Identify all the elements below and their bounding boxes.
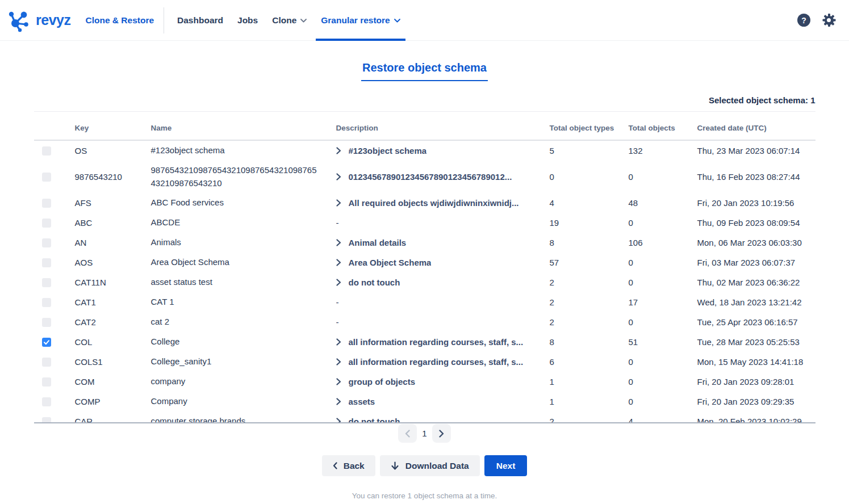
row-description[interactable]: all information regarding courses, staff…	[336, 337, 550, 347]
help-icon[interactable]: ?	[797, 14, 810, 27]
row-created-date: Thu, 02 Mar 2023 06:36:22	[697, 278, 815, 287]
row-description-text: 012345678901234567890123456789012...	[349, 172, 512, 182]
row-total-objects: 0	[629, 377, 697, 387]
row-description[interactable]: -	[336, 317, 550, 327]
nav-item-granular-restore[interactable]: Granular restore	[316, 0, 405, 41]
row-name: company	[151, 372, 317, 392]
table-row: AFS ABC Food services All required objec…	[34, 193, 815, 213]
row-checkbox[interactable]	[42, 238, 51, 247]
row-total-object-types: 2	[550, 278, 629, 287]
expand-chevron-icon[interactable]	[336, 358, 341, 366]
row-description[interactable]: #123object schema	[336, 146, 550, 156]
row-name: CAT 1	[151, 292, 317, 312]
row-checkbox[interactable]	[42, 377, 51, 387]
chevron-down-icon	[394, 19, 400, 23]
row-key: COMP	[75, 397, 151, 406]
table-row: CAT2 cat 2 - 2 0 Tue, 25 Apr 2023 06:16:…	[34, 312, 815, 332]
row-checkbox[interactable]	[42, 397, 51, 406]
row-description[interactable]: Area Object Schema	[336, 258, 550, 267]
row-description[interactable]: -	[336, 218, 550, 228]
row-name: 9876543210987654321098765432109876543210…	[151, 161, 317, 193]
restore-hint-text: You can restore 1 object schema at a tim…	[34, 492, 815, 500]
row-total-object-types: 6	[550, 357, 629, 367]
row-description-text: do not touch	[349, 417, 400, 423]
row-description[interactable]: Animal details	[336, 238, 550, 247]
download-arrow-icon	[391, 461, 399, 471]
row-total-objects: 17	[629, 297, 697, 307]
expand-chevron-icon[interactable]	[336, 239, 341, 246]
row-name: Area Object Schema	[151, 253, 317, 272]
row-name: Animals	[151, 233, 317, 253]
row-description[interactable]: group of objects	[336, 377, 550, 387]
primary-nav: Dashboard Jobs Clone Granular restore	[172, 0, 409, 41]
expand-chevron-icon[interactable]	[336, 279, 341, 286]
gear-icon[interactable]	[822, 14, 835, 27]
row-checkbox[interactable]	[42, 338, 51, 347]
row-checkbox[interactable]	[42, 278, 51, 287]
table-row: 9876543210 98765432109876543210987654321…	[34, 161, 815, 193]
revyz-logo[interactable]: revyz	[7, 8, 70, 33]
row-description[interactable]: 012345678901234567890123456789012...	[336, 172, 550, 182]
row-checkbox[interactable]	[42, 417, 51, 424]
row-description[interactable]: all information regarding courses, staff…	[336, 357, 550, 367]
column-header-total-object-types: Total object types	[550, 124, 629, 132]
expand-chevron-icon[interactable]	[336, 147, 341, 154]
download-data-button[interactable]: Download Data	[380, 455, 480, 476]
row-description-text: -	[336, 218, 339, 228]
row-description[interactable]: All required objects wjdiwjdiwninxiwnidj…	[336, 198, 550, 208]
expand-chevron-icon[interactable]	[336, 259, 341, 266]
row-description[interactable]: assets	[336, 397, 550, 406]
next-page-button[interactable]	[432, 424, 451, 443]
product-name[interactable]: Clone & Restore	[85, 15, 154, 26]
row-key: CAR	[75, 417, 151, 423]
nav-item-clone[interactable]: Clone	[267, 0, 312, 41]
previous-page-button[interactable]	[398, 424, 417, 443]
chevron-left-icon	[333, 462, 337, 469]
nav-item-label: Clone	[272, 15, 296, 26]
expand-chevron-icon[interactable]	[336, 199, 341, 207]
chevron-down-icon	[300, 19, 307, 23]
expand-chevron-icon[interactable]	[336, 173, 341, 180]
next-button[interactable]: Next	[484, 455, 528, 476]
row-checkbox[interactable]	[42, 199, 51, 208]
row-checkbox[interactable]	[42, 318, 51, 327]
column-header-description: Description	[336, 124, 550, 132]
row-description-text: do not touch	[349, 278, 400, 287]
row-created-date: Mon, 15 May 2023 14:41:18	[697, 357, 815, 367]
expand-chevron-icon[interactable]	[336, 338, 341, 346]
expand-chevron-icon[interactable]	[336, 378, 341, 385]
row-total-object-types: 4	[550, 198, 629, 208]
row-checkbox[interactable]	[42, 146, 51, 156]
expand-chevron-icon[interactable]	[336, 418, 341, 423]
nav-item-dashboard[interactable]: Dashboard	[172, 0, 228, 41]
nav-item-jobs[interactable]: Jobs	[232, 0, 263, 41]
row-description[interactable]: do not touch	[336, 278, 550, 287]
back-button[interactable]: Back	[322, 455, 375, 476]
row-name: Company	[151, 392, 317, 411]
table-row: OS #123object schema #123object schema 5…	[34, 141, 815, 161]
checkmark-icon	[43, 339, 50, 346]
row-total-objects: 0	[629, 258, 697, 267]
row-name: ABC Food services	[151, 193, 317, 213]
expand-chevron-icon[interactable]	[336, 398, 341, 405]
table-row: COLS1 College_sanity1 all information re…	[34, 352, 815, 372]
row-created-date: Fri, 20 Jan 2023 09:28:01	[697, 377, 815, 387]
row-total-objects: 0	[629, 317, 697, 327]
row-name: #123object schema	[151, 141, 317, 161]
pagination: 1	[34, 424, 815, 443]
table-row: AOS Area Object Schema Area Object Schem…	[34, 253, 815, 272]
row-checkbox[interactable]	[42, 298, 51, 307]
row-description[interactable]: do not touch	[336, 417, 550, 423]
table-row: COM company group of objects 1 0 Fri, 20…	[34, 372, 815, 392]
row-checkbox[interactable]	[42, 258, 51, 267]
chevron-left-icon	[405, 430, 410, 438]
row-description-text: -	[336, 317, 339, 327]
row-name: ABCDE	[151, 213, 317, 233]
row-description-text: all information regarding courses, staff…	[349, 337, 524, 347]
row-description[interactable]: -	[336, 297, 550, 307]
row-checkbox[interactable]	[42, 358, 51, 367]
row-total-objects: 51	[629, 337, 697, 347]
row-checkbox[interactable]	[42, 173, 51, 182]
row-checkbox[interactable]	[42, 219, 51, 228]
row-key: AOS	[75, 258, 151, 267]
